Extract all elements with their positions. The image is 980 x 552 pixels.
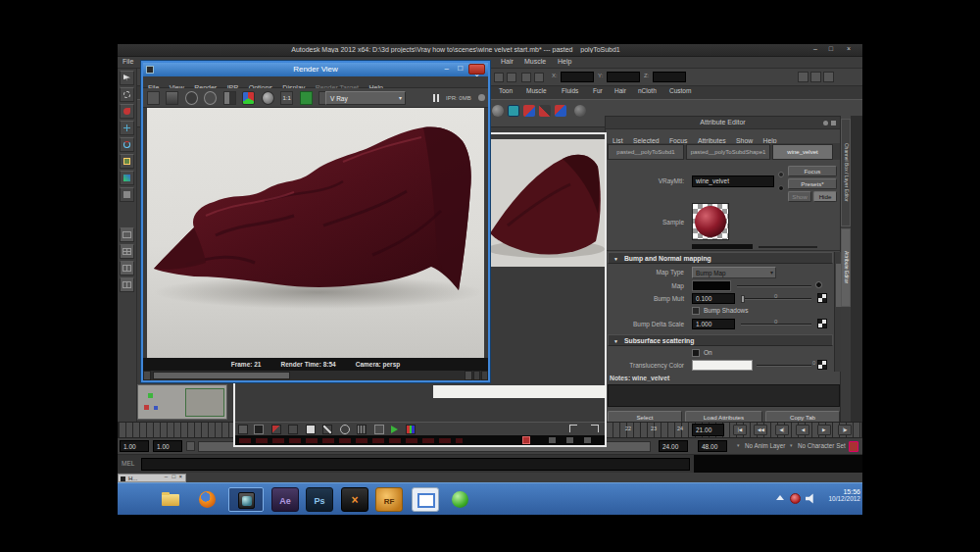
ae-scrollbar[interactable] [834, 252, 841, 372]
presets-button[interactable]: Presets* [788, 178, 837, 189]
bump-mult-field[interactable]: 0.100 [692, 293, 735, 304]
menu-file[interactable]: File [120, 57, 136, 66]
character-set-dropdown[interactable]: No Character Set [798, 442, 846, 449]
scroll-corner-box[interactable] [473, 371, 480, 380]
section-collapse-icon[interactable]: ▼ [613, 256, 618, 262]
lasso-tool-icon[interactable] [120, 87, 134, 102]
layout-split-icon[interactable] [120, 261, 134, 276]
play-forwards-button[interactable]: ▶ [817, 425, 831, 435]
command-results-area[interactable] [694, 455, 862, 473]
toolbar-icon[interactable] [406, 425, 416, 434]
step-back-key-button[interactable]: ◀| [775, 425, 789, 435]
play-icon[interactable] [391, 426, 398, 433]
tab-wine-velvet[interactable]: wine_velvet [772, 144, 833, 160]
map-type-dropdown[interactable]: Bump Map ▾ [692, 267, 776, 278]
translucency-map-button[interactable] [817, 360, 827, 370]
record-icon[interactable] [522, 436, 530, 444]
range-slider-icon[interactable] [186, 441, 195, 451]
map-color-swatch[interactable] [692, 280, 731, 291]
close-icon[interactable]: × [178, 474, 182, 479]
bump-mult-slider-handle[interactable] [741, 295, 745, 303]
translucency-slider[interactable] [757, 365, 811, 367]
statusline-icon[interactable] [494, 73, 504, 82]
render-view-window[interactable]: Render View – □ × File View Render IPR O… [141, 61, 490, 382]
toolbar-icon[interactable] [374, 425, 384, 434]
shelf-tab-custom[interactable]: Custom [666, 86, 694, 95]
toolbar-icon[interactable] [288, 425, 298, 434]
swatch-dot-icon[interactable] [778, 172, 784, 177]
bump-mult-map-button[interactable] [817, 293, 827, 303]
maya-titlebar[interactable]: Autodesk Maya 2012 x64: D:\3d projects\V… [118, 44, 862, 57]
translucency-color-swatch[interactable] [692, 360, 753, 371]
step-back-frame-button[interactable]: ◀◀ [754, 425, 767, 435]
tray-record-icon[interactable] [790, 493, 801, 504]
panel-close-icon[interactable] [831, 121, 836, 125]
chevron-down-icon[interactable]: ▾ [737, 442, 740, 448]
shelf-tab-muscle[interactable]: Muscle [523, 86, 550, 95]
camera-icon[interactable] [166, 91, 178, 105]
taskbar-app-maya[interactable] [228, 487, 264, 512]
menu-help[interactable]: Help [555, 57, 574, 66]
taskbar-app-after-effects[interactable]: Ae [271, 487, 299, 512]
shelf-icon[interactable] [555, 105, 566, 117]
playback-end-field[interactable]: 24.00 [659, 440, 688, 452]
snap-icon[interactable] [521, 73, 531, 82]
render-view-hscrollbar[interactable] [143, 371, 488, 380]
snap-icon[interactable] [534, 73, 544, 82]
toolbar-icon[interactable] [271, 425, 281, 434]
rgb-channels-icon[interactable] [242, 91, 255, 105]
rendered-image[interactable] [147, 108, 484, 358]
shelf-tab-fluids[interactable]: Fluids [559, 86, 581, 95]
tab-pasted-polytosubdshape1[interactable]: pasted__polyToSubdShape1 [686, 144, 770, 160]
sss-on-checkbox[interactable] [692, 349, 700, 357]
taskbar-app-file-explorer[interactable] [157, 487, 184, 512]
taskbar-app-photoshop[interactable]: Ps [306, 487, 333, 512]
shelf-icon[interactable] [508, 105, 519, 117]
held-image-icon[interactable] [478, 94, 485, 101]
mel-label[interactable]: MEL [122, 460, 134, 467]
minimize-icon[interactable]: – [165, 474, 168, 479]
chevron-down-icon[interactable]: ▾ [790, 442, 793, 448]
map-knob-icon[interactable] [815, 281, 822, 288]
coord-x-field[interactable] [561, 72, 594, 82]
bump-shadows-checkbox[interactable] [692, 307, 700, 315]
current-tool-icon[interactable] [120, 187, 134, 202]
sidebar-tab-attribute-editor[interactable]: Attribute Editor [841, 228, 851, 307]
toolbar-icon[interactable] [238, 425, 248, 434]
shelf-tab-hair[interactable]: Hair [612, 86, 629, 95]
statusline-icon[interactable] [507, 73, 516, 82]
one-to-one-icon[interactable]: 1:1 [280, 91, 293, 105]
hscroll-thumb[interactable] [153, 372, 290, 379]
tab-pasted-polytosubd1[interactable]: pasted__polyToSubd1 [608, 144, 684, 160]
go-to-start-button[interactable]: |◀ [733, 425, 747, 435]
close-icon[interactable]: × [847, 45, 851, 52]
menu-hair[interactable]: Hair [498, 57, 516, 66]
status-icon[interactable] [584, 437, 591, 443]
anim-layer-dropdown[interactable]: No Anim Layer [745, 442, 785, 449]
circle-icon[interactable] [340, 425, 350, 434]
material-sample-swatch[interactable] [692, 203, 729, 240]
focus-button[interactable]: Focus [788, 166, 837, 176]
split-compare-icon[interactable] [223, 91, 236, 105]
taskbar-app-window[interactable] [412, 487, 439, 512]
render-view-titlebar[interactable]: Render View – □ × [143, 63, 488, 76]
pin-icon[interactable] [823, 121, 828, 125]
tray-volume-icon[interactable] [806, 493, 816, 504]
menu-muscle[interactable]: Muscle [521, 57, 549, 66]
viewport-thumbnail[interactable] [137, 384, 227, 420]
step-forward-key-button[interactable]: |▶ [838, 425, 852, 435]
taskbar-app-rf[interactable]: RF [375, 487, 403, 512]
bump-section-header[interactable]: ▼Bump and Normal mapping [608, 252, 833, 264]
scroll-right-arrow[interactable] [465, 371, 472, 380]
manipulator-tool-icon[interactable] [120, 171, 134, 185]
current-time-field[interactable]: 21.00 [692, 424, 724, 436]
grid-icon[interactable] [357, 425, 367, 434]
scroll-corner-box[interactable] [481, 371, 488, 380]
scroll-left-arrow[interactable] [143, 371, 151, 380]
map-slider[interactable] [737, 285, 811, 287]
shelf-tab-toon[interactable]: Toon [496, 86, 515, 95]
taskbar-app-firefox[interactable] [193, 487, 220, 512]
coord-z-field[interactable] [653, 72, 686, 82]
anim-start-field[interactable]: 1.00 [153, 440, 182, 452]
renderer-dropdown[interactable]: V Ray ▾ [325, 91, 406, 105]
